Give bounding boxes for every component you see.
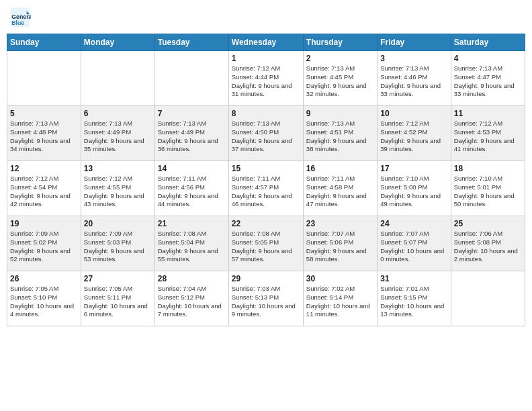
day-info: Sunrise: 7:07 AM Sunset: 5:07 PM Dayligh… — [380, 230, 447, 264]
calendar-day-2: 2Sunrise: 7:13 AM Sunset: 4:45 PM Daylig… — [303, 51, 377, 106]
day-number: 13 — [84, 164, 152, 173]
day-number: 27 — [84, 274, 152, 283]
calendar-header-thursday: Thursday — [303, 34, 377, 51]
calendar-header-saturday: Saturday — [451, 34, 525, 51]
calendar-day-14: 14Sunrise: 7:11 AM Sunset: 4:56 PM Dayli… — [154, 161, 228, 216]
page: General Blue SundayMondayTuesdayWednesda… — [0, 0, 532, 411]
day-info: Sunrise: 7:13 AM Sunset: 4:45 PM Dayligh… — [306, 64, 374, 99]
calendar-day-10: 10Sunrise: 7:12 AM Sunset: 4:52 PM Dayli… — [378, 106, 451, 161]
day-number: 11 — [454, 109, 522, 118]
calendar-week-row: 19Sunrise: 7:09 AM Sunset: 5:02 PM Dayli… — [7, 216, 525, 271]
day-info: Sunrise: 7:11 AM Sunset: 4:57 PM Dayligh… — [232, 175, 300, 209]
calendar-day-17: 17Sunrise: 7:10 AM Sunset: 5:00 PM Dayli… — [378, 161, 451, 216]
day-info: Sunrise: 7:12 AM Sunset: 4:52 PM Dayligh… — [380, 120, 447, 154]
logo: General Blue — [9, 7, 34, 28]
day-info: Sunrise: 7:04 AM Sunset: 5:12 PM Dayligh… — [158, 285, 226, 319]
calendar-day-4: 4Sunrise: 7:13 AM Sunset: 4:47 PM Daylig… — [451, 51, 525, 106]
day-number: 16 — [306, 164, 374, 173]
day-number: 8 — [232, 109, 300, 118]
day-info: Sunrise: 7:12 AM Sunset: 4:44 PM Dayligh… — [232, 64, 300, 99]
calendar-empty-cell — [7, 51, 81, 106]
calendar-week-row: 12Sunrise: 7:12 AM Sunset: 4:54 PM Dayli… — [7, 161, 525, 216]
day-info: Sunrise: 7:10 AM Sunset: 5:01 PM Dayligh… — [454, 175, 522, 209]
day-info: Sunrise: 7:05 AM Sunset: 5:10 PM Dayligh… — [10, 285, 78, 319]
calendar-day-20: 20Sunrise: 7:09 AM Sunset: 5:03 PM Dayli… — [81, 216, 154, 271]
calendar-day-15: 15Sunrise: 7:11 AM Sunset: 4:57 PM Dayli… — [228, 161, 303, 216]
day-info: Sunrise: 7:05 AM Sunset: 5:11 PM Dayligh… — [84, 285, 152, 319]
day-info: Sunrise: 7:13 AM Sunset: 4:49 PM Dayligh… — [84, 120, 152, 154]
day-info: Sunrise: 7:13 AM Sunset: 4:46 PM Dayligh… — [380, 64, 447, 99]
day-info: Sunrise: 7:08 AM Sunset: 5:04 PM Dayligh… — [158, 230, 226, 264]
day-info: Sunrise: 7:02 AM Sunset: 5:14 PM Dayligh… — [306, 285, 374, 319]
day-number: 1 — [232, 54, 300, 63]
calendar-week-row: 1Sunrise: 7:12 AM Sunset: 4:44 PM Daylig… — [7, 51, 525, 106]
day-info: Sunrise: 7:12 AM Sunset: 4:54 PM Dayligh… — [10, 175, 78, 209]
day-info: Sunrise: 7:12 AM Sunset: 4:55 PM Dayligh… — [84, 175, 152, 209]
calendar-day-30: 30Sunrise: 7:02 AM Sunset: 5:14 PM Dayli… — [303, 271, 377, 326]
calendar-day-19: 19Sunrise: 7:09 AM Sunset: 5:02 PM Dayli… — [7, 216, 81, 271]
day-info: Sunrise: 7:13 AM Sunset: 4:50 PM Dayligh… — [232, 120, 300, 154]
calendar-empty-cell — [154, 51, 228, 106]
calendar-day-22: 22Sunrise: 7:08 AM Sunset: 5:05 PM Dayli… — [228, 216, 303, 271]
logo-icon: General Blue — [9, 7, 31, 28]
calendar-day-7: 7Sunrise: 7:13 AM Sunset: 4:49 PM Daylig… — [154, 106, 228, 161]
day-number: 17 — [380, 164, 447, 173]
day-info: Sunrise: 7:07 AM Sunset: 5:06 PM Dayligh… — [306, 230, 374, 264]
calendar-empty-cell — [451, 271, 525, 326]
day-number: 15 — [232, 164, 300, 173]
calendar-day-6: 6Sunrise: 7:13 AM Sunset: 4:49 PM Daylig… — [81, 106, 154, 161]
header: General Blue — [7, 7, 525, 28]
calendar-day-23: 23Sunrise: 7:07 AM Sunset: 5:06 PM Dayli… — [303, 216, 377, 271]
calendar-day-24: 24Sunrise: 7:07 AM Sunset: 5:07 PM Dayli… — [378, 216, 451, 271]
calendar-week-row: 5Sunrise: 7:13 AM Sunset: 4:48 PM Daylig… — [7, 106, 525, 161]
day-number: 4 — [454, 54, 522, 63]
day-number: 28 — [158, 274, 226, 283]
day-number: 29 — [232, 274, 300, 283]
day-info: Sunrise: 7:06 AM Sunset: 5:08 PM Dayligh… — [454, 230, 522, 264]
day-number: 26 — [10, 274, 78, 283]
day-info: Sunrise: 7:01 AM Sunset: 5:15 PM Dayligh… — [380, 285, 447, 319]
calendar-day-9: 9Sunrise: 7:13 AM Sunset: 4:51 PM Daylig… — [303, 106, 377, 161]
day-number: 24 — [380, 219, 447, 228]
calendar-day-12: 12Sunrise: 7:12 AM Sunset: 4:54 PM Dayli… — [7, 161, 81, 216]
calendar-header-sunday: Sunday — [7, 34, 81, 51]
day-info: Sunrise: 7:09 AM Sunset: 5:02 PM Dayligh… — [10, 230, 78, 264]
calendar-day-25: 25Sunrise: 7:06 AM Sunset: 5:08 PM Dayli… — [451, 216, 525, 271]
calendar-empty-cell — [81, 51, 154, 106]
calendar-day-8: 8Sunrise: 7:13 AM Sunset: 4:50 PM Daylig… — [228, 106, 303, 161]
calendar-day-13: 13Sunrise: 7:12 AM Sunset: 4:55 PM Dayli… — [81, 161, 154, 216]
day-number: 23 — [306, 219, 374, 228]
day-number: 10 — [380, 109, 447, 118]
calendar-header-friday: Friday — [378, 34, 451, 51]
day-info: Sunrise: 7:12 AM Sunset: 4:53 PM Dayligh… — [454, 120, 522, 154]
calendar-day-27: 27Sunrise: 7:05 AM Sunset: 5:11 PM Dayli… — [81, 271, 154, 326]
day-info: Sunrise: 7:11 AM Sunset: 4:58 PM Dayligh… — [306, 175, 374, 209]
day-number: 6 — [84, 109, 152, 118]
day-info: Sunrise: 7:13 AM Sunset: 4:47 PM Dayligh… — [454, 64, 522, 99]
day-number: 19 — [10, 219, 78, 228]
day-info: Sunrise: 7:13 AM Sunset: 4:48 PM Dayligh… — [10, 120, 78, 154]
day-number: 31 — [380, 274, 447, 283]
day-number: 25 — [454, 219, 522, 228]
day-number: 22 — [232, 219, 300, 228]
calendar-header-wednesday: Wednesday — [228, 34, 303, 51]
day-info: Sunrise: 7:13 AM Sunset: 4:49 PM Dayligh… — [158, 120, 226, 154]
day-number: 2 — [306, 54, 374, 63]
day-number: 7 — [158, 109, 226, 118]
day-number: 9 — [306, 109, 374, 118]
day-info: Sunrise: 7:03 AM Sunset: 5:13 PM Dayligh… — [232, 285, 300, 319]
day-info: Sunrise: 7:13 AM Sunset: 4:51 PM Dayligh… — [306, 120, 374, 154]
day-info: Sunrise: 7:10 AM Sunset: 5:00 PM Dayligh… — [380, 175, 447, 209]
calendar-header-row: SundayMondayTuesdayWednesdayThursdayFrid… — [7, 34, 525, 51]
day-info: Sunrise: 7:09 AM Sunset: 5:03 PM Dayligh… — [84, 230, 152, 264]
day-number: 14 — [158, 164, 226, 173]
day-number: 5 — [10, 109, 78, 118]
calendar-day-29: 29Sunrise: 7:03 AM Sunset: 5:13 PM Dayli… — [228, 271, 303, 326]
day-number: 21 — [158, 219, 226, 228]
calendar-day-18: 18Sunrise: 7:10 AM Sunset: 5:01 PM Dayli… — [451, 161, 525, 216]
calendar-week-row: 26Sunrise: 7:05 AM Sunset: 5:10 PM Dayli… — [7, 271, 525, 326]
day-number: 3 — [380, 54, 447, 63]
calendar-day-5: 5Sunrise: 7:13 AM Sunset: 4:48 PM Daylig… — [7, 106, 81, 161]
calendar-day-3: 3Sunrise: 7:13 AM Sunset: 4:46 PM Daylig… — [378, 51, 451, 106]
svg-text:Blue: Blue — [11, 19, 24, 26]
